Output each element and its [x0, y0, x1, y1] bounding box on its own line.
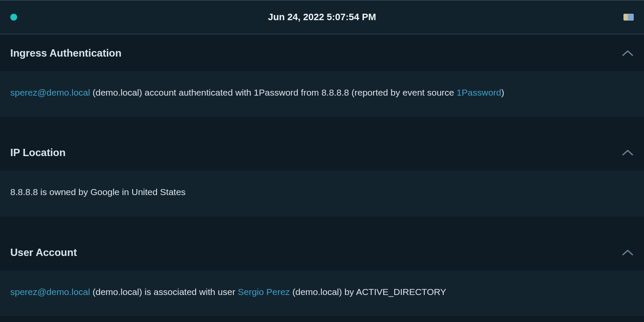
account-link[interactable]: sperez@demo.local — [10, 287, 90, 297]
user-name-link[interactable]: Sergio Perez — [238, 287, 290, 297]
account-link[interactable]: sperez@demo.local — [10, 87, 90, 97]
chevron-up-icon[interactable] — [622, 249, 634, 256]
section-body-iploc: 8.8.8.8 is owned by Google in United Sta… — [0, 171, 644, 216]
section-user-account: User Account sperez@demo.local (demo.loc… — [0, 234, 644, 316]
section-title: User Account — [10, 247, 77, 259]
event-detail-panel: Jun 24, 2022 5:07:54 PM Ingress Authenti… — [0, 0, 644, 322]
section-title: IP Location — [10, 147, 66, 159]
event-source-link[interactable]: 1Password — [457, 87, 501, 97]
section-header-iploc[interactable]: IP Location — [0, 134, 644, 171]
timestamp-bar: Jun 24, 2022 5:07:54 PM — [0, 0, 644, 34]
section-title: Ingress Authentication — [10, 47, 121, 59]
section-header-user[interactable]: User Account — [0, 234, 644, 271]
section-gap — [0, 117, 644, 134]
user-text-1: (demo.local) is associated with user — [90, 287, 238, 297]
status-dot-icon — [10, 14, 17, 21]
section-gap — [0, 217, 644, 234]
section-body-ingress: sperez@demo.local (demo.local) account a… — [0, 71, 644, 117]
chevron-up-icon[interactable] — [622, 49, 634, 57]
section-body-user: sperez@demo.local (demo.local) is associ… — [0, 271, 644, 316]
chevron-up-icon[interactable] — [622, 149, 634, 156]
source-type-icon[interactable] — [623, 14, 634, 21]
ingress-text-1: (demo.local) account authenticated with … — [90, 87, 457, 97]
user-text-2: (demo.local) by ACTIVE_DIRECTORY — [290, 287, 447, 297]
section-ip-location: IP Location 8.8.8.8 is owned by Google i… — [0, 134, 644, 216]
section-ingress-authentication: Ingress Authentication sperez@demo.local… — [0, 34, 644, 117]
event-timestamp: Jun 24, 2022 5:07:54 PM — [268, 12, 376, 23]
ingress-text-tail: ) — [501, 87, 504, 97]
section-header-ingress[interactable]: Ingress Authentication — [0, 34, 644, 71]
